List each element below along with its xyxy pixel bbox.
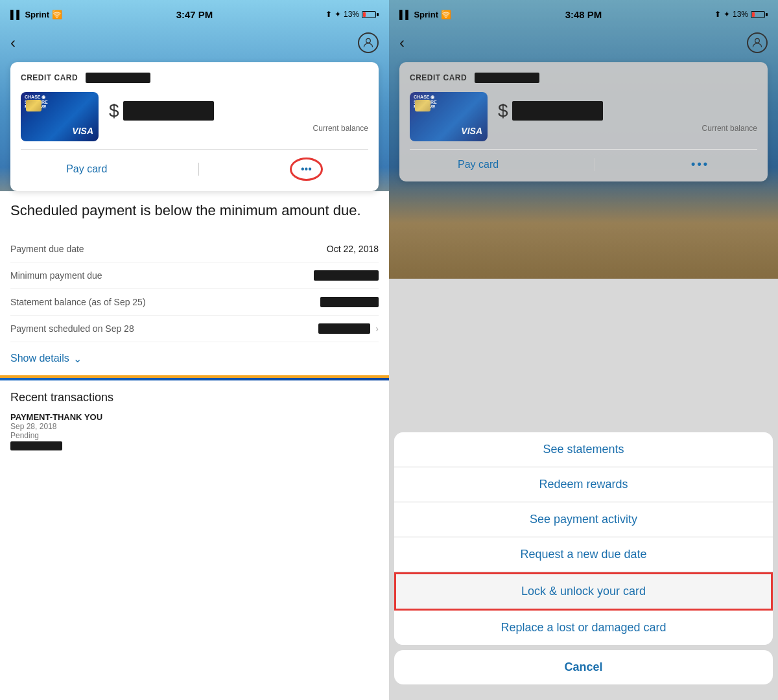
avatar-right[interactable] xyxy=(747,32,768,53)
card-header-left: CREDIT CARD xyxy=(21,73,368,83)
minimum-payment-redacted xyxy=(314,270,379,281)
payment-scheduled-row[interactable]: Payment scheduled on Sep 28 › xyxy=(10,316,379,342)
bluetooth-icon-right: ✦ xyxy=(724,10,730,19)
right-phone-panel: ▌▌ Sprint 🛜 3:48 PM ⬆ ✦ 13% ‹ xyxy=(389,0,778,700)
more-options-button[interactable]: ••• xyxy=(290,158,323,181)
action-request-new-due-date[interactable]: Request a new due date xyxy=(394,537,773,572)
transaction-status: Pending xyxy=(10,431,379,440)
credit-card-image-left: CHASE ◉SAPPHIRERESERVE VISA xyxy=(21,92,99,141)
show-details-button[interactable]: Show details ⌄ xyxy=(10,353,379,365)
wifi-icon-right: 🛜 xyxy=(441,10,451,19)
left-phone-panel: ▌▌ Sprint 🛜 3:47 PM ⬆ ✦ 13% ‹ xyxy=(0,0,389,700)
card-balance-area-right: $ Current balance xyxy=(498,100,757,133)
transaction-name: PAYMENT-THANK YOU xyxy=(10,412,379,422)
status-right-carrier: ▌▌ Sprint 🛜 xyxy=(399,10,451,19)
back-button-right[interactable]: ‹ xyxy=(399,34,405,52)
action-redeem-rewards[interactable]: Redeem rewards xyxy=(394,467,773,502)
status-bar-left: ▌▌ Sprint 🛜 3:47 PM ⬆ ✦ 13% xyxy=(0,0,389,29)
card-chip xyxy=(26,100,41,111)
battery-icon-left xyxy=(362,11,379,18)
balance-row-right: $ xyxy=(498,100,757,121)
signal-icon-right: ▌▌ xyxy=(399,10,411,19)
payment-due-date-row: Payment due date Oct 22, 2018 xyxy=(10,236,379,262)
panel-content-left: Scheduled payment is below the minimum a… xyxy=(0,191,389,700)
card-number-redacted-right xyxy=(475,73,539,83)
avatar-left[interactable] xyxy=(358,32,379,53)
card-divider-right xyxy=(410,149,757,150)
action-lock-unlock-card[interactable]: Lock & unlock your card xyxy=(394,572,773,611)
card-widget-left: CREDIT CARD CHASE ◉SAPPHIRERESERVE VISA … xyxy=(10,62,379,191)
payment-due-date-label: Payment due date xyxy=(10,244,84,254)
transaction-item: PAYMENT-THANK YOU Sep 28, 2018 Pending xyxy=(10,412,379,450)
minimum-payment-label: Minimum payment due xyxy=(10,270,102,281)
statement-balance-redacted xyxy=(320,297,379,307)
action-sheet-menu: See statements Redeem rewards See paymen… xyxy=(394,432,773,645)
transactions-title: Recent transactions xyxy=(10,391,379,404)
minimum-payment-row: Minimum payment due xyxy=(10,262,379,289)
statement-balance-label: Statement balance (as of Sep 25) xyxy=(10,297,146,307)
card-number-redacted xyxy=(86,73,150,83)
transaction-amount-redacted xyxy=(10,441,62,450)
action-sheet: See statements Redeem rewards See paymen… xyxy=(389,432,778,700)
signal-icon: ▌▌ xyxy=(10,10,22,19)
chevron-down-icon: ⌄ xyxy=(73,353,82,365)
card-actions-right: Pay card ••• xyxy=(410,158,757,171)
bluetooth-icon: ✦ xyxy=(335,10,341,19)
balance-amount-redacted xyxy=(123,101,214,121)
card-divider xyxy=(21,149,368,150)
visa-logo: VISA xyxy=(72,126,93,136)
visa-logo-right: VISA xyxy=(461,126,482,136)
pay-card-button-right[interactable]: Pay card xyxy=(458,159,499,170)
svg-point-0 xyxy=(366,38,371,43)
status-time-left: 3:47 PM xyxy=(176,9,213,20)
transactions-section: Recent transactions PAYMENT-THANK YOU Se… xyxy=(10,380,379,450)
payment-scheduled-redacted xyxy=(318,323,370,334)
balance-row-left: $ xyxy=(109,100,368,121)
status-bar-right: ▌▌ Sprint 🛜 3:48 PM ⬆ ✦ 13% xyxy=(389,0,778,29)
card-chip-right xyxy=(415,100,430,111)
nav-bar-left: ‹ xyxy=(0,29,389,57)
more-options-button-right[interactable]: ••• xyxy=(691,158,709,171)
credit-card-image-right: CHASE ◉SAPPHIRERESERVE VISA xyxy=(410,92,488,141)
wifi-icon: 🛜 xyxy=(52,10,62,19)
action-sheet-cancel-button[interactable]: Cancel xyxy=(394,650,773,684)
action-see-payment-activity[interactable]: See payment activity xyxy=(394,502,773,537)
svg-point-1 xyxy=(755,38,760,43)
status-left-carrier: ▌▌ Sprint 🛜 xyxy=(10,10,62,19)
location-icon: ⬆ xyxy=(325,10,332,19)
status-right-left: ⬆ ✦ 13% xyxy=(325,10,379,19)
dots-circle-highlight: ••• xyxy=(290,158,323,181)
card-actions-left: Pay card ••• xyxy=(21,158,368,181)
card-balance-area-left: $ Current balance xyxy=(109,100,368,133)
nav-bar-right: ‹ xyxy=(389,29,778,57)
warning-text: Scheduled payment is below the minimum a… xyxy=(10,202,379,220)
card-header-right: CREDIT CARD xyxy=(410,73,757,83)
payment-scheduled-right: › xyxy=(318,323,379,334)
action-divider-right xyxy=(595,158,595,171)
location-icon-right: ⬆ xyxy=(714,10,721,19)
card-body-left: CHASE ◉SAPPHIRERESERVE VISA $ Current ba… xyxy=(21,92,368,141)
transaction-date: Sep 28, 2018 xyxy=(10,422,379,431)
payment-scheduled-label: Payment scheduled on Sep 28 xyxy=(10,323,134,334)
battery-icon-right xyxy=(751,11,768,18)
chevron-right-icon: › xyxy=(375,323,379,334)
action-divider xyxy=(198,163,199,176)
action-replace-card[interactable]: Replace a lost or damaged card xyxy=(394,611,773,645)
status-time-right: 3:48 PM xyxy=(565,9,602,20)
card-widget-right: CREDIT CARD CHASE ◉SAPPHIRERESERVE VISA … xyxy=(399,62,768,181)
statement-balance-row: Statement balance (as of Sep 25) xyxy=(10,289,379,316)
back-button-left[interactable]: ‹ xyxy=(10,34,16,52)
card-body-right: CHASE ◉SAPPHIRERESERVE VISA $ Current ba… xyxy=(410,92,757,141)
status-right-right: ⬆ ✦ 13% xyxy=(714,10,768,19)
pay-card-button[interactable]: Pay card xyxy=(66,163,107,175)
balance-amount-redacted-right xyxy=(512,101,603,121)
payment-due-date-value: Oct 22, 2018 xyxy=(327,244,379,254)
action-see-statements[interactable]: See statements xyxy=(394,432,773,467)
